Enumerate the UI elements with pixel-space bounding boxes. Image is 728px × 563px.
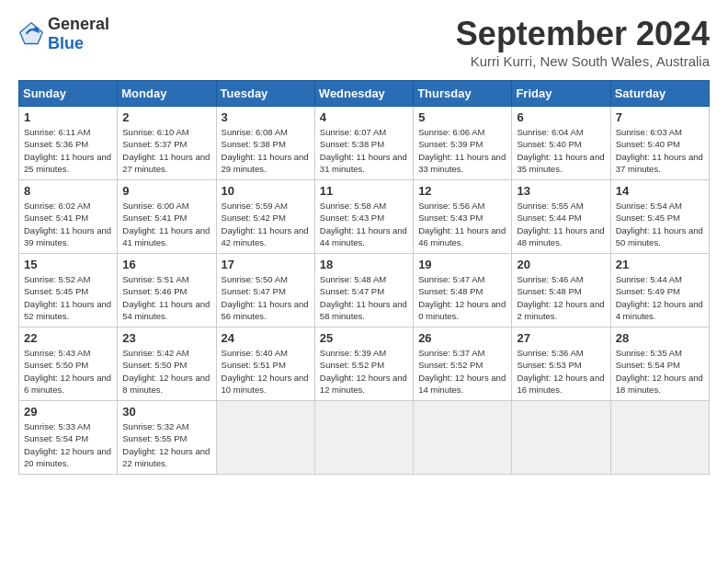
table-row: 25 Sunrise: 5:39 AM Sunset: 5:52 PM Dayl… — [314, 327, 413, 401]
table-row: 22 Sunrise: 5:43 AM Sunset: 5:50 PM Dayl… — [19, 327, 118, 401]
sunrise-label: Sunrise: 5:37 AM — [418, 348, 484, 358]
sunset-label: Sunset: 5:55 PM — [122, 433, 187, 443]
sunrise-label: Sunrise: 5:35 AM — [616, 348, 682, 358]
title-area: September 2024 Kurri Kurri, New South Wa… — [456, 15, 710, 69]
sunrise-label: Sunrise: 5:59 AM — [222, 201, 288, 211]
day-number: 29 — [24, 405, 112, 419]
daylight-label: Daylight: 12 hours and 10 minutes. — [222, 373, 309, 395]
sunrise-label: Sunrise: 5:42 AM — [122, 348, 188, 358]
sunrise-label: Sunrise: 6:06 AM — [418, 127, 484, 137]
table-row: 14 Sunrise: 5:54 AM Sunset: 5:45 PM Dayl… — [610, 180, 709, 254]
daylight-label: Daylight: 12 hours and 2 minutes. — [517, 299, 604, 321]
logo-icon — [18, 21, 44, 47]
calendar-row: 22 Sunrise: 5:43 AM Sunset: 5:50 PM Dayl… — [19, 327, 710, 401]
daylight-label: Daylight: 12 hours and 6 minutes. — [24, 373, 111, 395]
daylight-label: Daylight: 11 hours and 25 minutes. — [24, 152, 111, 174]
sunset-label: Sunset: 5:44 PM — [517, 213, 581, 223]
sunrise-label: Sunrise: 5:32 AM — [122, 421, 188, 431]
sunrise-label: Sunrise: 6:07 AM — [320, 127, 386, 137]
day-number: 13 — [517, 184, 605, 198]
day-number: 18 — [320, 258, 408, 271]
sunset-label: Sunset: 5:46 PM — [122, 286, 187, 296]
sunset-label: Sunset: 5:51 PM — [222, 360, 286, 370]
table-row: 13 Sunrise: 5:55 AM Sunset: 5:44 PM Dayl… — [512, 180, 610, 254]
sunrise-label: Sunrise: 5:58 AM — [320, 201, 386, 211]
table-row: 30 Sunrise: 5:32 AM Sunset: 5:55 PM Dayl… — [118, 401, 216, 475]
table-row: 20 Sunrise: 5:46 AM Sunset: 5:48 PM Dayl… — [512, 254, 610, 327]
sunrise-label: Sunrise: 5:40 AM — [222, 348, 288, 358]
sunrise-label: Sunrise: 6:00 AM — [122, 201, 188, 211]
sunrise-label: Sunrise: 6:11 AM — [24, 127, 90, 137]
sunrise-label: Sunrise: 5:39 AM — [320, 348, 386, 358]
daylight-label: Daylight: 12 hours and 0 minutes. — [418, 299, 506, 321]
daylight-label: Daylight: 11 hours and 41 minutes. — [122, 225, 210, 247]
sunset-label: Sunset: 5:50 PM — [122, 360, 187, 370]
table-row — [414, 401, 512, 475]
table-row: 15 Sunrise: 5:52 AM Sunset: 5:45 PM Dayl… — [19, 254, 118, 327]
calendar-header: Sunday Monday Tuesday Wednesday Thursday… — [19, 81, 710, 107]
sunset-label: Sunset: 5:48 PM — [517, 286, 581, 296]
daylight-label: Daylight: 11 hours and 48 minutes. — [517, 225, 604, 247]
day-number: 8 — [24, 184, 112, 198]
table-row: 12 Sunrise: 5:56 AM Sunset: 5:43 PM Dayl… — [414, 180, 512, 254]
daylight-label: Daylight: 12 hours and 12 minutes. — [320, 373, 407, 395]
day-info: Sunrise: 5:59 AM Sunset: 5:42 PM Dayligh… — [222, 200, 310, 248]
sunrise-label: Sunrise: 5:46 AM — [517, 274, 583, 284]
table-row: 21 Sunrise: 5:44 AM Sunset: 5:49 PM Dayl… — [610, 254, 709, 327]
table-row: 2 Sunrise: 6:10 AM Sunset: 5:37 PM Dayli… — [118, 107, 216, 180]
day-info: Sunrise: 5:50 AM Sunset: 5:47 PM Dayligh… — [222, 273, 310, 322]
day-info: Sunrise: 6:07 AM Sunset: 5:38 PM Dayligh… — [320, 126, 408, 175]
sunset-label: Sunset: 5:40 PM — [616, 139, 680, 149]
day-info: Sunrise: 6:00 AM Sunset: 5:41 PM Dayligh… — [122, 200, 210, 248]
sunrise-label: Sunrise: 5:52 AM — [24, 274, 90, 284]
sunrise-label: Sunrise: 5:56 AM — [418, 201, 484, 211]
logo-text: General Blue — [48, 15, 109, 53]
sunset-label: Sunset: 5:39 PM — [418, 139, 483, 149]
day-number: 11 — [320, 184, 408, 198]
table-row: 3 Sunrise: 6:08 AM Sunset: 5:38 PM Dayli… — [216, 107, 314, 180]
header-tuesday: Tuesday — [216, 81, 314, 107]
sunset-label: Sunset: 5:42 PM — [222, 213, 286, 223]
calendar-row: 15 Sunrise: 5:52 AM Sunset: 5:45 PM Dayl… — [19, 254, 710, 327]
day-number: 3 — [222, 110, 310, 124]
day-number: 21 — [616, 258, 704, 271]
day-number: 1 — [24, 110, 112, 124]
day-info: Sunrise: 5:42 AM Sunset: 5:50 PM Dayligh… — [122, 347, 210, 396]
sunrise-label: Sunrise: 5:44 AM — [616, 274, 682, 284]
day-info: Sunrise: 5:44 AM Sunset: 5:49 PM Dayligh… — [616, 273, 704, 322]
sunrise-label: Sunrise: 6:03 AM — [616, 127, 682, 137]
daylight-label: Daylight: 11 hours and 56 minutes. — [222, 299, 309, 321]
day-info: Sunrise: 6:11 AM Sunset: 5:36 PM Dayligh… — [24, 126, 112, 175]
day-info: Sunrise: 6:02 AM Sunset: 5:41 PM Dayligh… — [24, 200, 112, 248]
daylight-label: Daylight: 12 hours and 22 minutes. — [122, 446, 210, 468]
calendar-subtitle: Kurri Kurri, New South Wales, Australia — [456, 53, 710, 69]
day-number: 15 — [24, 258, 112, 271]
calendar-row: 8 Sunrise: 6:02 AM Sunset: 5:41 PM Dayli… — [19, 180, 710, 254]
svg-marker-0 — [22, 25, 41, 44]
daylight-label: Daylight: 12 hours and 14 minutes. — [418, 373, 506, 395]
sunset-label: Sunset: 5:40 PM — [517, 139, 581, 149]
calendar-body: 1 Sunrise: 6:11 AM Sunset: 5:36 PM Dayli… — [19, 107, 710, 475]
sunset-label: Sunset: 5:43 PM — [320, 213, 384, 223]
header: General Blue September 2024 Kurri Kurri,… — [18, 15, 710, 69]
svg-point-2 — [34, 27, 39, 31]
sunset-label: Sunset: 5:47 PM — [320, 286, 384, 296]
day-info: Sunrise: 5:58 AM Sunset: 5:43 PM Dayligh… — [320, 200, 408, 248]
day-number: 30 — [122, 405, 210, 419]
table-row: 4 Sunrise: 6:07 AM Sunset: 5:38 PM Dayli… — [314, 107, 413, 180]
calendar-row: 1 Sunrise: 6:11 AM Sunset: 5:36 PM Dayli… — [19, 107, 710, 180]
day-info: Sunrise: 5:39 AM Sunset: 5:52 PM Dayligh… — [320, 347, 408, 396]
calendar-title: September 2024 — [456, 15, 710, 53]
day-number: 25 — [320, 331, 408, 345]
sunset-label: Sunset: 5:47 PM — [222, 286, 286, 296]
day-info: Sunrise: 5:36 AM Sunset: 5:53 PM Dayligh… — [517, 347, 605, 396]
table-row: 9 Sunrise: 6:00 AM Sunset: 5:41 PM Dayli… — [118, 180, 216, 254]
daylight-label: Daylight: 12 hours and 4 minutes. — [616, 299, 703, 321]
daylight-label: Daylight: 11 hours and 35 minutes. — [517, 152, 604, 174]
table-row: 23 Sunrise: 5:42 AM Sunset: 5:50 PM Dayl… — [118, 327, 216, 401]
table-row: 19 Sunrise: 5:47 AM Sunset: 5:48 PM Dayl… — [414, 254, 512, 327]
logo-blue: Blue — [48, 34, 84, 52]
sunset-label: Sunset: 5:45 PM — [24, 286, 88, 296]
calendar-row: 29 Sunrise: 5:33 AM Sunset: 5:54 PM Dayl… — [19, 401, 710, 475]
header-wednesday: Wednesday — [314, 81, 413, 107]
